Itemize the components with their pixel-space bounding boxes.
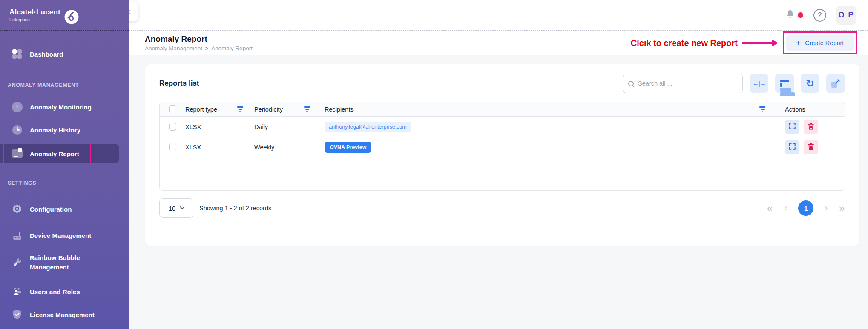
sidebar-item-configuration[interactable]: ⚙ Configuration bbox=[0, 199, 129, 219]
last-page-button[interactable]: » bbox=[839, 203, 845, 214]
page-title: Anomaly Report bbox=[145, 34, 253, 44]
report-doc-icon bbox=[11, 149, 23, 158]
filter-icon[interactable] bbox=[759, 106, 765, 112]
breadcrumb-parent[interactable]: Anomaly Management bbox=[145, 45, 202, 51]
page-header: Anomaly Report Anomaly Management > Anom… bbox=[129, 31, 868, 55]
current-page-button[interactable]: 1 bbox=[798, 200, 813, 216]
expand-icon bbox=[788, 122, 796, 132]
cell-report-type: XLSX bbox=[185, 144, 201, 151]
avatar[interactable]: O P bbox=[836, 6, 856, 25]
sidebar-item-anomaly-monitoring[interactable]: ! Anomaly Monitoring bbox=[0, 97, 129, 117]
sidebar-item-label: Users and Roles bbox=[30, 288, 80, 295]
sidebar-item-label: Rainbow Bubble Management bbox=[30, 253, 103, 272]
wrench-icon bbox=[11, 257, 23, 268]
sidebar-item-anomaly-report[interactable]: Anomaly Report bbox=[0, 144, 119, 163]
column-header-periodicity: Periodicity bbox=[254, 106, 283, 113]
table-row: XLSX Daily anthony.legal@al-enterprise.c… bbox=[160, 117, 845, 137]
sidebar-item-label: Dashboard bbox=[30, 51, 63, 58]
filter-icon[interactable] bbox=[304, 106, 310, 112]
sidebar-item-label: Anomaly Report bbox=[30, 150, 79, 157]
sidebar-item-label: Anomaly Monitoring bbox=[30, 103, 92, 111]
column-header-report-type: Report type bbox=[185, 106, 217, 113]
pagination: « ‹ 1 › » bbox=[767, 200, 845, 216]
recipient-badge: anthony.legal@al-enterprise.com bbox=[325, 122, 411, 132]
cell-periodicity: Weekly bbox=[254, 144, 274, 151]
cell-report-type: XLSX bbox=[185, 123, 201, 130]
sidebar-item-label: License Management bbox=[30, 311, 95, 318]
row-checkbox[interactable] bbox=[169, 143, 176, 151]
annotation-hint-text: Clcik to create new Report bbox=[631, 38, 738, 48]
notifications-button[interactable] bbox=[785, 9, 803, 22]
breadcrumb-current: Anomaly Report bbox=[211, 45, 253, 51]
expand-report-button[interactable] bbox=[785, 120, 799, 134]
alert-badge-icon: ! bbox=[11, 102, 23, 112]
table-empty-space bbox=[160, 157, 845, 190]
annotation-arrow bbox=[742, 42, 773, 44]
table-header-row: Report type Periodicity Recipients Actio… bbox=[160, 102, 845, 117]
sidebar-item-anomaly-history[interactable]: Anomaly History bbox=[0, 120, 129, 140]
brand-subtitle: Enterprise bbox=[9, 17, 60, 22]
app-root: Alcatel·Lucent Enterprise Dashboard ANOM… bbox=[0, 0, 868, 329]
sidebar-item-users-and-roles[interactable]: Users and Roles bbox=[0, 282, 129, 301]
breadcrumb-separator: > bbox=[205, 46, 208, 51]
dashboard-icon bbox=[11, 49, 23, 59]
first-page-button[interactable]: « bbox=[767, 203, 773, 214]
sidebar-item-label: Configuration bbox=[30, 206, 72, 213]
sidebar-item-license-management[interactable]: License Management bbox=[0, 305, 129, 324]
sidebar-item-dashboard[interactable]: Dashboard bbox=[0, 44, 129, 64]
columns-icon bbox=[780, 80, 789, 87]
search-icon bbox=[628, 81, 634, 86]
refresh-icon: ↻ bbox=[806, 79, 814, 89]
create-report-label: Create Report bbox=[805, 40, 844, 46]
sidebar-item-device-management[interactable]: Device Management bbox=[0, 226, 129, 245]
page-size-select[interactable]: 10 bbox=[159, 198, 193, 218]
table-row: XLSX Weekly OVNA Preview bbox=[160, 137, 845, 157]
main-area: « ? O P Anomaly Report Anomaly Managemen… bbox=[129, 0, 868, 329]
sidebar-section-settings: SETTINGS bbox=[0, 179, 129, 187]
sidebar-item-label: Anomaly History bbox=[30, 126, 80, 134]
topbar: « ? O P bbox=[129, 0, 868, 31]
plus-icon: + bbox=[796, 39, 801, 47]
row-checkbox[interactable] bbox=[169, 123, 176, 131]
export-icon: ↗ bbox=[831, 79, 840, 88]
delete-report-button[interactable] bbox=[804, 140, 818, 154]
breadcrumb: Anomaly Management > Anomaly Report bbox=[145, 45, 253, 51]
card-title: Reports list bbox=[159, 79, 199, 88]
trash-icon bbox=[807, 122, 815, 132]
content-area: Reports list ←|→ ↻ bbox=[129, 55, 868, 329]
sidebar: Alcatel·Lucent Enterprise Dashboard ANOM… bbox=[0, 0, 129, 329]
question-mark-icon: ? bbox=[818, 11, 822, 19]
sidebar-item-rainbow-bubble-management[interactable]: Rainbow Bubble Management bbox=[0, 249, 129, 276]
notification-dot bbox=[798, 12, 803, 18]
export-button[interactable]: ↗ bbox=[826, 74, 845, 93]
filter-icon[interactable] bbox=[237, 106, 243, 112]
columns-button[interactable] bbox=[775, 74, 794, 93]
recipient-badge: OVNA Preview bbox=[325, 142, 371, 153]
select-all-checkbox[interactable] bbox=[169, 105, 176, 113]
sidebar-header: Alcatel·Lucent Enterprise bbox=[0, 0, 129, 31]
create-report-button[interactable]: + Create Report bbox=[786, 35, 854, 51]
column-resize-icon: ←|→ bbox=[753, 80, 765, 87]
expand-report-button[interactable] bbox=[785, 140, 799, 154]
column-resize-button[interactable]: ←|→ bbox=[750, 74, 768, 93]
sidebar-section-anomaly-management: ANOMALY MANAGEMENT bbox=[0, 81, 129, 89]
delete-report-button[interactable] bbox=[804, 120, 818, 134]
search-input[interactable] bbox=[638, 80, 737, 87]
column-header-recipients: Recipients bbox=[325, 106, 354, 113]
expand-icon bbox=[788, 142, 796, 152]
gear-icon: ⚙ bbox=[11, 203, 23, 215]
bell-icon bbox=[785, 9, 796, 22]
help-button[interactable]: ? bbox=[813, 9, 826, 22]
previous-page-button[interactable]: ‹ bbox=[784, 203, 787, 213]
refresh-button[interactable]: ↻ bbox=[801, 74, 819, 93]
search-box bbox=[623, 74, 743, 93]
chevron-down-icon bbox=[180, 205, 185, 209]
page-size-value: 10 bbox=[169, 205, 176, 212]
brand-logo: Alcatel·Lucent Enterprise bbox=[9, 9, 79, 26]
device-icon bbox=[11, 230, 23, 241]
shield-check-icon bbox=[11, 309, 23, 320]
annotation-box-create-report: + Create Report bbox=[783, 31, 857, 54]
next-page-button[interactable]: › bbox=[825, 203, 828, 213]
cell-periodicity: Daily bbox=[254, 123, 268, 130]
reports-table: Report type Periodicity Recipients Actio… bbox=[159, 102, 845, 191]
